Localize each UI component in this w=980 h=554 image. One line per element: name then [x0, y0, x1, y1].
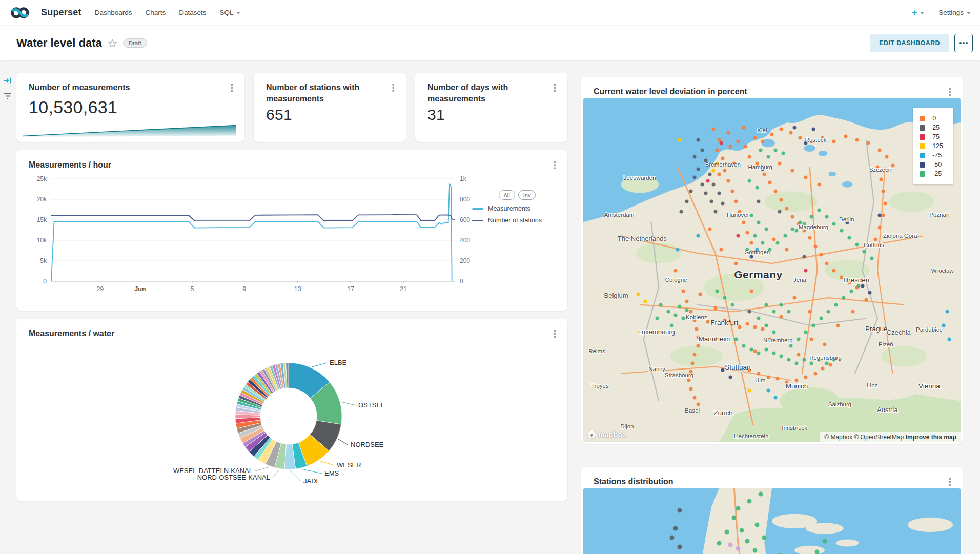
legend-item-number-of-stations[interactable]: Number of stations [472, 217, 562, 224]
stations-map[interactable]: KielRostock [583, 488, 961, 554]
card-menu-kebab-icon[interactable] [550, 328, 559, 339]
map-city-label: Rostock [805, 137, 827, 143]
nav-charts[interactable]: Charts [145, 9, 166, 16]
map-city-label: Koblenz [686, 314, 707, 320]
map-city-label: Szczecin [869, 167, 893, 173]
legend-swatch [920, 171, 925, 177]
svg-text:13: 13 [294, 285, 301, 293]
map-legend-row[interactable]: 75 [920, 133, 943, 140]
svg-text:WESEL-DATTELN-KANAL: WESEL-DATTELN-KANAL [173, 467, 253, 475]
map-city-label: Kiel [757, 127, 767, 133]
map-legend-row[interactable]: -75 [920, 152, 943, 159]
svg-text:15k: 15k [37, 216, 47, 223]
kpi-value: 31 [415, 104, 567, 124]
map-city-label: Amsterdam [604, 212, 635, 218]
chevron-down-icon [967, 12, 971, 14]
hourly-line-chart: 005k20010k40015k60020k80025k1k29Jun59131… [23, 173, 479, 300]
top-navbar: Superset Dashboards Charts Datasets SQL … [0, 0, 980, 25]
svg-text:0: 0 [460, 278, 463, 285]
card-number-of-days: Number of days with measurements 31 [415, 73, 567, 142]
map-city-label: Wrocław [931, 268, 954, 274]
map-city-label: Zürich [713, 409, 733, 417]
card-stations-distribution-map: Stations distribution [581, 467, 963, 554]
map-city-label: Nancy [648, 366, 665, 372]
map-city-label: Vienna [918, 382, 940, 389]
mapbox-circle-icon [587, 430, 596, 439]
card-menu-kebab-icon[interactable] [227, 82, 236, 93]
map-city-label: Leeuwarden [623, 175, 656, 181]
card-title: Number of measurements [29, 82, 130, 93]
card-menu-kebab-icon[interactable] [550, 82, 559, 93]
svg-text:17: 17 [347, 285, 354, 293]
mapbox-logo[interactable]: mapbox [587, 430, 626, 439]
map-city-label: Liechtenstein [734, 433, 769, 439]
nav-dashboards[interactable]: Dashboards [95, 9, 132, 16]
map-legend-row[interactable]: 25 [920, 124, 943, 131]
map-city-label: Jena [793, 277, 806, 283]
map-city-label: Munich [786, 382, 808, 389]
legend-all-button[interactable]: All [499, 190, 515, 200]
filter-icon[interactable] [4, 92, 12, 101]
card-menu-kebab-icon[interactable] [945, 86, 954, 97]
brand-name[interactable]: Superset [41, 7, 81, 18]
svg-text:WESER: WESER [337, 461, 361, 469]
map-city-label: Pardubice [916, 326, 943, 333]
svg-text:5: 5 [191, 285, 194, 293]
legend-item-measurements[interactable]: Measurements [472, 205, 562, 212]
svg-text:Jun: Jun [134, 285, 146, 293]
svg-text:JADE: JADE [303, 477, 321, 485]
svg-text:200: 200 [460, 257, 470, 264]
legend-value: -50 [932, 161, 942, 168]
ellipsis-icon [963, 42, 965, 44]
map-city-label: Poznań [929, 212, 949, 218]
map-city-label: Strasbourg [665, 372, 693, 378]
map-city-label: Prague [865, 324, 888, 332]
map-city-label: Nuremberg [763, 337, 793, 343]
card-number-of-stations: Number of stations with measurements 651 [254, 73, 406, 142]
card-menu-kebab-icon[interactable] [945, 476, 954, 487]
card-title: Stations distribution [594, 476, 673, 487]
map-city-label: Basel [685, 407, 700, 414]
edit-dashboard-button[interactable]: EDIT DASHBOARD [870, 34, 949, 52]
chevron-down-icon [920, 12, 924, 14]
svg-text:20k: 20k [37, 196, 47, 203]
dashboard-more-button[interactable] [954, 34, 973, 52]
legend-swatch [920, 125, 925, 131]
hourly-legend: All Inv Measurements Number of stations [472, 190, 562, 229]
kpi-value: 651 [254, 104, 406, 124]
improve-map-link[interactable]: Improve this map [906, 434, 956, 441]
legend-inv-button[interactable]: Inv [518, 190, 536, 200]
map-legend-row[interactable]: -50 [920, 161, 943, 168]
nav-sql-menu[interactable]: SQL [219, 9, 240, 16]
superset-logo-icon[interactable] [7, 5, 37, 20]
card-title: Number of stations with measurements [266, 82, 389, 104]
card-menu-kebab-icon[interactable] [550, 159, 559, 171]
map-city-label: Czechia [887, 329, 911, 336]
legend-value: 0 [932, 115, 936, 122]
settings-menu[interactable]: Settings [938, 9, 971, 16]
map-city-label: Ulm [755, 377, 765, 383]
svg-text:1k: 1k [460, 175, 467, 182]
legend-swatch [920, 153, 925, 158]
card-menu-kebab-icon[interactable] [389, 82, 398, 93]
nav-datasets[interactable]: Datasets [179, 9, 206, 16]
deviation-map[interactable]: LeeuwardenAmsterdamThe NetherlandsBremer… [583, 98, 961, 442]
map-legend-row[interactable]: 125 [920, 142, 943, 150]
map-city-label: Berlin [839, 216, 854, 222]
map-city-label: Dijon [620, 423, 634, 429]
legend-swatch [920, 143, 925, 149]
svg-text:NORDSEE: NORDSEE [351, 441, 384, 448]
map-city-label: Cottbus [864, 242, 884, 248]
map-legend-row[interactable]: -25 [920, 170, 943, 177]
legend-swatch [920, 134, 925, 140]
add-new-button[interactable]: + [912, 8, 924, 18]
map-city-label: Cologne [665, 277, 687, 283]
expand-filter-bar-icon[interactable] [4, 77, 12, 86]
svg-text:800: 800 [460, 196, 470, 203]
map-legend-row[interactable]: 0 [920, 115, 943, 122]
map-city-label: Frankfurt [710, 319, 738, 326]
kpi-value: 10,530,631 [16, 93, 244, 117]
favorite-star-icon[interactable] [108, 39, 117, 48]
map-city-label: Luxembourg [638, 327, 675, 335]
map-city-label: Belgium [604, 291, 628, 299]
